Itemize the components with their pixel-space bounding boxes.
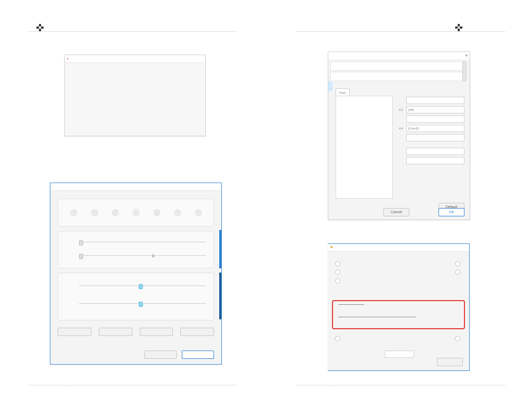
ok-button[interactable]: [437, 358, 463, 366]
page-root: •: [0, 0, 532, 414]
key-input[interactable]: [406, 157, 464, 164]
settings-dialog-titlebar[interactable]: [50, 183, 221, 191]
blank-dialog-titlebar: •: [65, 55, 205, 63]
preset-button[interactable]: [99, 328, 132, 336]
cancel-button[interactable]: [182, 351, 214, 359]
options-dialog: ⚑: [328, 243, 470, 371]
mode-icon[interactable]: [195, 209, 202, 216]
close-icon[interactable]: ×: [466, 52, 468, 59]
left-footer-divider: [29, 385, 236, 385]
key-input[interactable]: [406, 134, 464, 141]
radio-section: [335, 257, 462, 287]
blank-dialog: •: [64, 55, 206, 136]
slider-track[interactable]: [338, 317, 416, 317]
radio-option[interactable]: [335, 269, 342, 275]
key-input[interactable]: [406, 148, 464, 155]
keys-dialog-titlebar[interactable]: ×: [328, 52, 470, 59]
slider-4[interactable]: [79, 300, 206, 306]
radio-option[interactable]: [455, 269, 462, 275]
header-field[interactable]: [330, 61, 467, 71]
ok-button[interactable]: [144, 351, 177, 359]
value-input[interactable]: [385, 351, 414, 358]
key-row-label: K4: [399, 127, 406, 130]
preset-button[interactable]: [180, 328, 214, 336]
record-icon: •: [67, 55, 68, 62]
preset-button[interactable]: [58, 328, 91, 336]
brand-logo-icon: [455, 24, 462, 31]
settings-dialog: [50, 183, 222, 365]
mode-icon[interactable]: [70, 209, 77, 216]
keys-listbox[interactable]: [336, 96, 393, 199]
mode-icon[interactable]: [174, 209, 181, 216]
right-footer-divider: [297, 385, 505, 385]
active-tab-indicator: [328, 81, 332, 92]
key-input[interactable]: [Ctrl+Z]: [406, 125, 464, 132]
key-input[interactable]: [406, 97, 464, 104]
left-header-divider: [29, 31, 236, 32]
radio-option[interactable]: [455, 335, 462, 341]
key-input[interactable]: [406, 115, 464, 123]
right-header-divider: [297, 31, 505, 32]
preset-button[interactable]: [140, 328, 174, 336]
slider-2[interactable]: [79, 252, 206, 258]
radio-option[interactable]: [335, 278, 342, 283]
slider-panel-2: [58, 273, 214, 320]
keys-fields: K2[Alt] K4[Ctrl+Z]: [399, 95, 464, 166]
top-icons-row: [58, 199, 214, 226]
mode-icon[interactable]: [153, 209, 161, 216]
radio-option[interactable]: [455, 261, 462, 266]
mode-icon[interactable]: [91, 209, 98, 216]
mode-icon[interactable]: [112, 209, 119, 216]
key-input[interactable]: [Alt]: [406, 106, 464, 113]
mode-icon[interactable]: [132, 209, 140, 216]
brand-logo-icon: [36, 24, 44, 31]
active-tab-indicator: [219, 273, 221, 319]
key-row-label: K2: [399, 108, 406, 111]
button-row: [58, 328, 214, 336]
top-icons-panel: [58, 199, 214, 227]
scrollbar[interactable]: [462, 61, 467, 81]
keys-tab[interactable]: Keys: [336, 88, 350, 96]
option-label-underline: [338, 304, 364, 305]
slider-3[interactable]: [79, 282, 206, 289]
slider-1[interactable]: [79, 239, 206, 245]
radio-option[interactable]: [335, 335, 342, 341]
active-tab-indicator: [219, 230, 221, 268]
radio-option[interactable]: [335, 261, 342, 266]
options-dialog-titlebar[interactable]: ⚑: [328, 244, 469, 252]
keys-dialog: × Keys K2[Alt] K4[Ctrl+Z] Default Cancel…: [328, 51, 470, 220]
bottom-radio-section: [335, 335, 462, 341]
ok-button[interactable]: OK: [438, 208, 464, 216]
slider-panel-1: [58, 231, 214, 268]
warning-icon: ⚑: [330, 244, 333, 251]
header-field[interactable]: [330, 72, 467, 81]
dialog-actions: [144, 351, 214, 359]
cancel-button[interactable]: Cancel: [383, 208, 409, 216]
slider-marker-icon: [152, 254, 154, 257]
